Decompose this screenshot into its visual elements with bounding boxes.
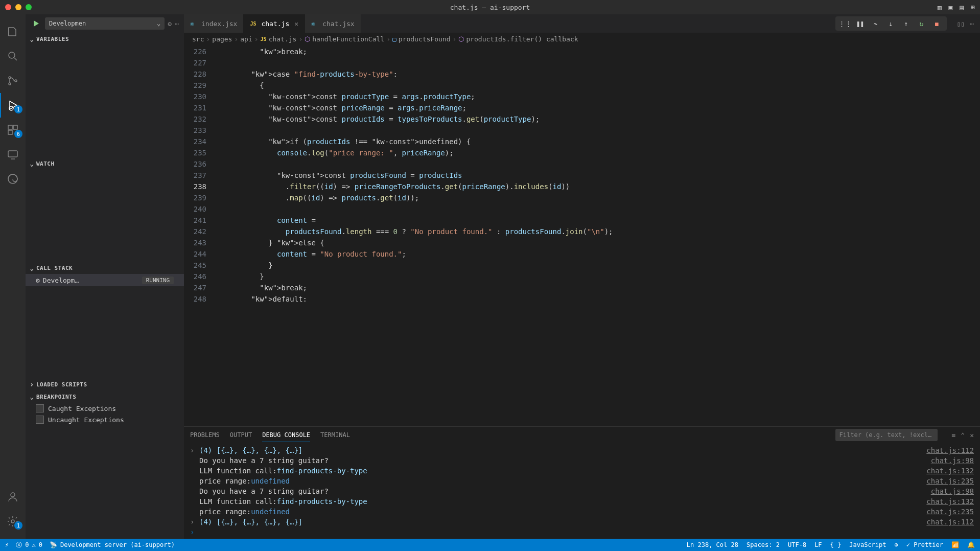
status-badge: RUNNING	[142, 277, 174, 284]
encoding-status[interactable]: UTF-8	[788, 541, 806, 548]
tab-debug-console[interactable]: DEBUG CONSOLE	[262, 428, 310, 442]
list-icon[interactable]: ≡	[952, 431, 956, 439]
breakpoints-header[interactable]: BREAKPOINTS	[26, 391, 184, 403]
breakpoint-uncaught[interactable]: Uncaught Exceptions	[26, 414, 184, 425]
console-line: price range: undefinedchat.js:235	[190, 507, 974, 517]
source-control-icon[interactable]	[0, 68, 26, 93]
console-source-link[interactable]: chat.js:98	[931, 486, 974, 496]
extensions-icon[interactable]: 6	[0, 118, 26, 142]
tab-output[interactable]: OUTPUT	[230, 428, 252, 442]
prettier-status[interactable]: ✓ Prettier	[906, 541, 943, 548]
console-source-link[interactable]: chat.js:112	[926, 445, 974, 455]
breakpoint-caught[interactable]: Caught Exceptions	[26, 403, 184, 414]
tab-terminal[interactable]: TERMINAL	[320, 428, 350, 442]
settings-badge: 1	[14, 521, 22, 530]
variables-header[interactable]: VARIABLES	[26, 33, 184, 45]
layout-icon[interactable]: ⊞	[971, 4, 975, 11]
search-icon[interactable]	[0, 44, 26, 68]
step-into-button[interactable]: ↓	[886, 20, 896, 28]
status-bar: ⚡ ⓧ0 ⚠0 📡Development server (ai-support)…	[0, 539, 980, 551]
watch-header[interactable]: WATCH	[26, 157, 184, 170]
tab-chat-js[interactable]: JSchat.js✕	[244, 14, 305, 33]
panel-bottom-icon[interactable]: ▣	[949, 4, 953, 11]
drag-handle-icon[interactable]: ⋮⋮	[841, 20, 850, 28]
svg-point-11	[11, 520, 14, 523]
editor-body[interactable]: 2262272282292302312322332342352362372382…	[184, 45, 980, 426]
console-line: ›(4) [{…}, {…}, {…}, {…}]chat.js:112	[190, 445, 974, 455]
console-source-link[interactable]: chat.js:132	[926, 466, 974, 476]
dev-server-status[interactable]: 📡Development server (ai-support)	[50, 541, 175, 548]
close-icon[interactable]: ✕	[294, 20, 298, 28]
pause-button[interactable]: ❚❚	[856, 20, 865, 28]
indent-status[interactable]: Spaces: 2	[746, 541, 780, 548]
more-icon[interactable]: ⋯	[175, 20, 179, 28]
tab-index-jsx[interactable]: ⚛index.jsx	[184, 14, 244, 33]
run-debug-icon[interactable]: 1	[0, 93, 26, 118]
activity-bar: 1 6 1	[0, 14, 26, 539]
collapse-icon[interactable]: ⌃	[961, 431, 965, 439]
console-source-link[interactable]: chat.js:112	[926, 517, 974, 527]
console-source-link[interactable]: chat.js:132	[926, 496, 974, 507]
explorer-icon[interactable]	[0, 19, 26, 44]
svg-point-3	[15, 80, 17, 82]
checkbox[interactable]	[36, 416, 44, 424]
step-over-button[interactable]: ↷	[871, 20, 880, 28]
panel-right-icon[interactable]: ▤	[960, 4, 964, 11]
tab-bar: ⚛index.jsxJSchat.js✕⚛chat.jsx ⋮⋮ ❚❚ ↷ ↓ …	[184, 14, 980, 33]
close-icon[interactable]: ✕	[970, 431, 974, 439]
console-input[interactable]: ›	[190, 527, 974, 537]
tab-problems[interactable]: PROBLEMS	[190, 428, 220, 442]
svg-rect-7	[8, 130, 12, 134]
cursor-position[interactable]: Ln 238, Col 28	[687, 541, 738, 548]
feedback-icon[interactable]: 📶	[951, 541, 959, 548]
start-debug-button[interactable]	[31, 18, 42, 29]
copilot-icon[interactable]: ⊕	[895, 541, 898, 548]
edge-icon[interactable]	[0, 167, 26, 191]
bottom-panel: PROBLEMS OUTPUT DEBUG CONSOLE TERMINAL F…	[184, 426, 980, 539]
remote-icon[interactable]	[0, 142, 26, 167]
eol-status[interactable]: LF	[814, 541, 822, 548]
svg-rect-8	[8, 151, 17, 157]
js-icon: JS	[250, 19, 258, 28]
console-line: price range: undefinedchat.js:235	[190, 476, 974, 486]
code-content[interactable]: "kw">break; "kw">case "find-products-by-…	[217, 45, 980, 426]
svg-point-0	[9, 52, 15, 58]
console-source-link[interactable]: chat.js:98	[931, 455, 974, 466]
minimize-window[interactable]	[15, 4, 21, 10]
debug-config-select[interactable]: Developmen ⌄	[45, 17, 165, 30]
chevron-down-icon	[30, 393, 34, 401]
gear-icon[interactable]: ⚙	[168, 20, 172, 28]
step-out-button[interactable]: ↑	[902, 20, 911, 28]
chevron-down-icon	[30, 35, 34, 43]
console-source-link[interactable]: chat.js:235	[926, 476, 974, 486]
svg-rect-6	[13, 125, 17, 129]
window-title: chat.js — ai-support	[450, 4, 530, 11]
method-icon: ⬡	[305, 35, 310, 43]
tab-chat-jsx[interactable]: ⚛chat.jsx	[305, 14, 361, 33]
callstack-item[interactable]: ⚙ Developm… RUNNING	[26, 274, 184, 286]
errors-count[interactable]: ⓧ0 ⚠0	[16, 541, 42, 549]
settings-icon[interactable]: 1	[0, 509, 26, 534]
callstack-header[interactable]: CALL STACK	[26, 262, 184, 274]
split-editor-icon[interactable]: ▯▯	[957, 20, 965, 28]
close-window[interactable]	[5, 4, 11, 10]
svg-point-10	[11, 493, 15, 497]
panel-left-icon[interactable]: ▥	[938, 4, 942, 11]
console-source-link[interactable]: chat.js:235	[926, 507, 974, 517]
console-line: LLM function call: find-products-by-type…	[190, 466, 974, 476]
bell-icon[interactable]: 🔔	[967, 541, 975, 548]
stop-button[interactable]: ◼	[932, 20, 942, 28]
maximize-window[interactable]	[26, 4, 32, 10]
remote-indicator[interactable]: ⚡	[5, 541, 9, 548]
breadcrumb[interactable]: src› pages› api› JS chat.js› ⬡ handleFun…	[184, 33, 980, 45]
language-status[interactable]: JavaScript	[849, 541, 886, 548]
restart-button[interactable]: ↻	[917, 20, 926, 28]
checkbox[interactable]	[36, 404, 44, 412]
console-filter-input[interactable]: Filter (e.g. text, !excl…	[835, 429, 938, 441]
account-icon[interactable]	[0, 485, 26, 509]
loaded-scripts-header[interactable]: LOADED SCRIPTS	[26, 378, 184, 391]
more-icon[interactable]: ⋯	[970, 20, 974, 28]
console-output[interactable]: ›(4) [{…}, {…}, {…}, {…}]chat.js:112Do y…	[184, 443, 980, 539]
debug-sidebar: Developmen ⌄ ⚙ ⋯ VARIABLES WATCH CALL ST…	[26, 14, 184, 539]
bracket-icon[interactable]: { }	[830, 541, 842, 548]
